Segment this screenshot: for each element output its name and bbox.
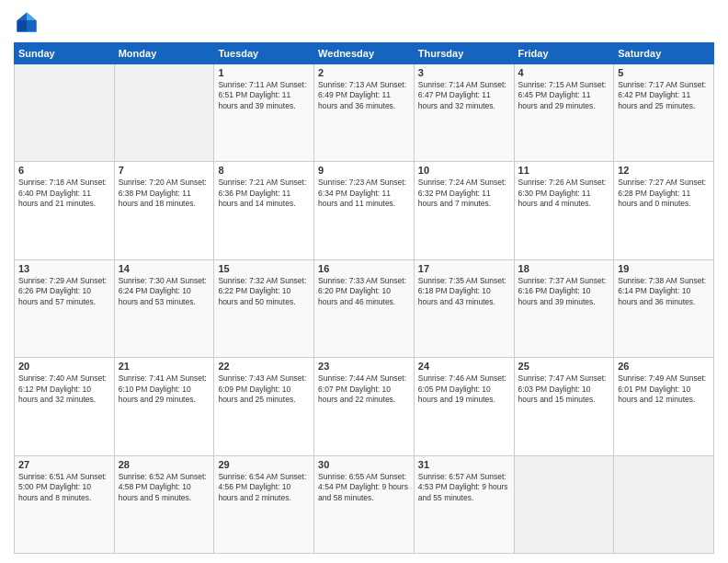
day-info: Sunrise: 7:21 AM Sunset: 6:36 PM Dayligh… xyxy=(218,178,310,209)
calendar-cell: 9Sunrise: 7:23 AM Sunset: 6:34 PM Daylig… xyxy=(314,162,415,259)
day-number: 23 xyxy=(318,361,410,372)
calendar-cell: 16Sunrise: 7:33 AM Sunset: 6:20 PM Dayli… xyxy=(314,259,415,357)
day-number: 26 xyxy=(618,361,710,372)
calendar-cell: 10Sunrise: 7:24 AM Sunset: 6:32 PM Dayli… xyxy=(414,162,514,259)
svg-marker-3 xyxy=(17,20,28,31)
calendar-cell: 15Sunrise: 7:32 AM Sunset: 6:22 PM Dayli… xyxy=(214,259,314,357)
day-number: 5 xyxy=(618,67,710,78)
calendar-cell: 6Sunrise: 7:18 AM Sunset: 6:40 PM Daylig… xyxy=(15,162,115,259)
day-number: 31 xyxy=(418,459,510,470)
day-number: 28 xyxy=(119,459,210,470)
calendar-table: SundayMondayTuesdayWednesdayThursdayFrid… xyxy=(14,42,714,554)
day-info: Sunrise: 7:23 AM Sunset: 6:34 PM Dayligh… xyxy=(318,178,410,209)
day-info: Sunrise: 7:33 AM Sunset: 6:20 PM Dayligh… xyxy=(318,276,410,307)
day-info: Sunrise: 6:51 AM Sunset: 5:00 PM Dayligh… xyxy=(18,472,110,503)
day-number: 17 xyxy=(418,263,510,274)
day-number: 4 xyxy=(518,67,610,78)
day-info: Sunrise: 7:43 AM Sunset: 6:09 PM Dayligh… xyxy=(218,373,310,405)
day-number: 29 xyxy=(218,459,310,470)
calendar-cell: 23Sunrise: 7:44 AM Sunset: 6:07 PM Dayli… xyxy=(314,358,415,455)
day-number: 9 xyxy=(318,165,410,176)
calendar-cell: 2Sunrise: 7:13 AM Sunset: 6:49 PM Daylig… xyxy=(314,64,415,162)
calendar-cell: 1Sunrise: 7:11 AM Sunset: 6:51 PM Daylig… xyxy=(214,64,314,162)
day-number: 21 xyxy=(119,361,210,372)
day-info: Sunrise: 7:47 AM Sunset: 6:03 PM Dayligh… xyxy=(518,373,610,405)
day-number: 7 xyxy=(119,165,210,176)
day-number: 16 xyxy=(318,263,410,274)
day-info: Sunrise: 7:27 AM Sunset: 6:28 PM Dayligh… xyxy=(618,178,710,209)
calendar-cell xyxy=(15,64,115,162)
calendar-cell: 20Sunrise: 7:40 AM Sunset: 6:12 PM Dayli… xyxy=(15,358,115,455)
day-info: Sunrise: 7:49 AM Sunset: 6:01 PM Dayligh… xyxy=(618,373,710,405)
day-number: 6 xyxy=(18,165,110,176)
day-number: 18 xyxy=(518,263,610,274)
day-info: Sunrise: 6:52 AM Sunset: 4:58 PM Dayligh… xyxy=(119,472,210,503)
header xyxy=(14,9,714,35)
day-info: Sunrise: 7:30 AM Sunset: 6:24 PM Dayligh… xyxy=(119,276,210,307)
calendar-cell: 12Sunrise: 7:27 AM Sunset: 6:28 PM Dayli… xyxy=(614,162,714,259)
day-header-monday: Monday xyxy=(114,43,214,64)
calendar-cell: 17Sunrise: 7:35 AM Sunset: 6:18 PM Dayli… xyxy=(414,259,514,357)
day-number: 15 xyxy=(218,263,310,274)
day-number: 14 xyxy=(119,263,210,274)
day-info: Sunrise: 7:26 AM Sunset: 6:30 PM Dayligh… xyxy=(518,178,610,209)
calendar-cell: 29Sunrise: 6:54 AM Sunset: 4:56 PM Dayli… xyxy=(214,455,314,553)
day-info: Sunrise: 7:35 AM Sunset: 6:18 PM Dayligh… xyxy=(418,276,510,307)
calendar-cell xyxy=(614,455,714,553)
day-number: 20 xyxy=(18,361,110,372)
day-number: 1 xyxy=(218,67,310,78)
calendar-body: 1Sunrise: 7:11 AM Sunset: 6:51 PM Daylig… xyxy=(15,64,714,554)
day-info: Sunrise: 7:41 AM Sunset: 6:10 PM Dayligh… xyxy=(119,373,210,405)
svg-marker-1 xyxy=(27,13,37,21)
day-header-thursday: Thursday xyxy=(414,43,514,64)
day-info: Sunrise: 7:46 AM Sunset: 6:05 PM Dayligh… xyxy=(418,373,510,405)
day-info: Sunrise: 6:55 AM Sunset: 4:54 PM Dayligh… xyxy=(318,472,410,503)
day-number: 3 xyxy=(418,67,510,78)
calendar-cell: 7Sunrise: 7:20 AM Sunset: 6:38 PM Daylig… xyxy=(114,162,214,259)
day-number: 8 xyxy=(218,165,310,176)
calendar-week-1: 1Sunrise: 7:11 AM Sunset: 6:51 PM Daylig… xyxy=(15,64,714,162)
day-info: Sunrise: 7:20 AM Sunset: 6:38 PM Dayligh… xyxy=(119,178,210,209)
day-number: 2 xyxy=(318,67,410,78)
day-number: 30 xyxy=(318,459,410,470)
calendar-cell: 24Sunrise: 7:46 AM Sunset: 6:05 PM Dayli… xyxy=(414,358,514,455)
calendar-cell: 30Sunrise: 6:55 AM Sunset: 4:54 PM Dayli… xyxy=(314,455,415,553)
day-info: Sunrise: 7:29 AM Sunset: 6:26 PM Dayligh… xyxy=(18,276,110,307)
day-info: Sunrise: 7:15 AM Sunset: 6:45 PM Dayligh… xyxy=(518,80,610,111)
logo-icon xyxy=(14,9,40,35)
calendar-cell: 18Sunrise: 7:37 AM Sunset: 6:16 PM Dayli… xyxy=(514,259,614,357)
day-info: Sunrise: 7:17 AM Sunset: 6:42 PM Dayligh… xyxy=(618,80,710,111)
day-header-row: SundayMondayTuesdayWednesdayThursdayFrid… xyxy=(15,43,714,64)
calendar-cell: 4Sunrise: 7:15 AM Sunset: 6:45 PM Daylig… xyxy=(514,64,614,162)
svg-marker-2 xyxy=(27,20,37,31)
day-header-saturday: Saturday xyxy=(614,43,714,64)
calendar-cell: 19Sunrise: 7:38 AM Sunset: 6:14 PM Dayli… xyxy=(614,259,714,357)
day-info: Sunrise: 7:18 AM Sunset: 6:40 PM Dayligh… xyxy=(18,178,110,209)
day-number: 22 xyxy=(218,361,310,372)
day-number: 25 xyxy=(518,361,610,372)
calendar-cell: 5Sunrise: 7:17 AM Sunset: 6:42 PM Daylig… xyxy=(614,64,714,162)
day-info: Sunrise: 6:57 AM Sunset: 4:53 PM Dayligh… xyxy=(418,472,510,503)
calendar-cell: 25Sunrise: 7:47 AM Sunset: 6:03 PM Dayli… xyxy=(514,358,614,455)
page: SundayMondayTuesdayWednesdayThursdayFrid… xyxy=(0,0,728,563)
day-number: 10 xyxy=(418,165,510,176)
calendar-cell: 31Sunrise: 6:57 AM Sunset: 4:53 PM Dayli… xyxy=(414,455,514,553)
day-header-friday: Friday xyxy=(514,43,614,64)
day-info: Sunrise: 6:54 AM Sunset: 4:56 PM Dayligh… xyxy=(218,472,310,503)
calendar-cell: 26Sunrise: 7:49 AM Sunset: 6:01 PM Dayli… xyxy=(614,358,714,455)
calendar-cell: 22Sunrise: 7:43 AM Sunset: 6:09 PM Dayli… xyxy=(214,358,314,455)
day-info: Sunrise: 7:24 AM Sunset: 6:32 PM Dayligh… xyxy=(418,178,510,209)
calendar-cell: 28Sunrise: 6:52 AM Sunset: 4:58 PM Dayli… xyxy=(114,455,214,553)
calendar-week-3: 13Sunrise: 7:29 AM Sunset: 6:26 PM Dayli… xyxy=(15,259,714,357)
calendar-cell: 8Sunrise: 7:21 AM Sunset: 6:36 PM Daylig… xyxy=(214,162,314,259)
day-info: Sunrise: 7:14 AM Sunset: 6:47 PM Dayligh… xyxy=(418,80,510,111)
day-info: Sunrise: 7:11 AM Sunset: 6:51 PM Dayligh… xyxy=(218,80,310,111)
day-info: Sunrise: 7:32 AM Sunset: 6:22 PM Dayligh… xyxy=(218,276,310,307)
day-number: 13 xyxy=(18,263,110,274)
calendar-cell xyxy=(514,455,614,553)
day-info: Sunrise: 7:44 AM Sunset: 6:07 PM Dayligh… xyxy=(318,373,410,405)
calendar-cell: 21Sunrise: 7:41 AM Sunset: 6:10 PM Dayli… xyxy=(114,358,214,455)
calendar-cell: 13Sunrise: 7:29 AM Sunset: 6:26 PM Dayli… xyxy=(15,259,115,357)
logo xyxy=(14,9,43,35)
day-info: Sunrise: 7:37 AM Sunset: 6:16 PM Dayligh… xyxy=(518,276,610,307)
